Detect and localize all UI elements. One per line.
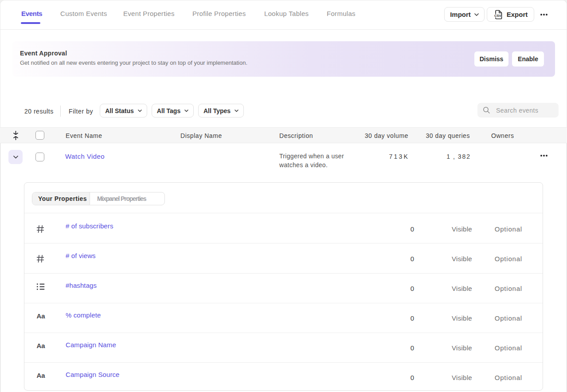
svg-text:CSV: CSV [494,14,501,18]
